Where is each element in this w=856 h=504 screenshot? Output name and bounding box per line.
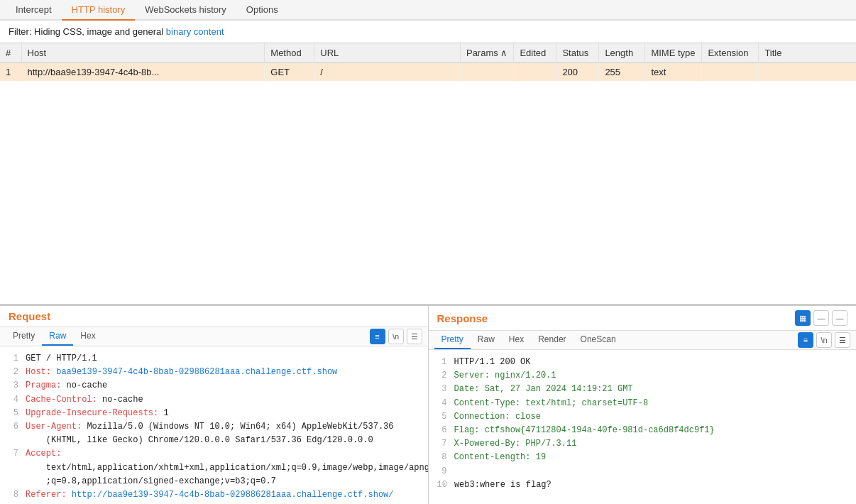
http-history-table-area: # Host Method URL Params ∧ Edited Status… (0, 43, 856, 306)
request-icon-format[interactable]: ≡ (370, 329, 385, 344)
cell-extension (702, 63, 759, 82)
response-icon-more2[interactable]: ☰ (835, 332, 850, 348)
response-icon-format[interactable]: ▦ (795, 310, 811, 326)
code-line: 5Connection: close (437, 410, 848, 424)
code-line: 8Content-Length: 19 (437, 451, 848, 464)
response-panel-header: Response ▦ — — (429, 306, 857, 331)
code-line: 4Content-Type: text/html; charset=UTF-8 (437, 397, 848, 410)
response-icon-format2[interactable]: ≡ (798, 332, 813, 348)
cell-params (460, 63, 513, 82)
response-panel: Response ▦ — — Pretty Raw Hex Render One… (429, 306, 857, 504)
response-panel-title: Response (437, 312, 488, 324)
code-line: 6Flag: ctfshow{47112804-194a-40fe-981d-c… (437, 424, 848, 437)
cell-edited (514, 63, 556, 82)
col-length[interactable]: Length (599, 43, 645, 63)
col-extension[interactable]: Extension (702, 43, 759, 63)
code-line: 3Date: Sat, 27 Jan 2024 14:19:21 GMT (437, 383, 848, 396)
code-line: 8Referer: http://baa9e139-3947-4c4b-8bab… (9, 488, 419, 502)
code-line: 2Host: baa9e139-3947-4c4b-8bab-029886281… (9, 366, 419, 379)
col-params[interactable]: Params ∧ (460, 43, 513, 63)
response-tab-onescan[interactable]: OneScan (574, 331, 623, 349)
request-icon-wrap[interactable]: \n (388, 329, 404, 344)
col-mime[interactable]: MIME type (645, 43, 702, 63)
request-tab-raw[interactable]: Raw (42, 327, 73, 346)
code-line: ;q=0.8,application/signed-exchange;v=b3;… (9, 475, 419, 488)
response-icon-wrap[interactable]: — (813, 310, 829, 326)
top-nav: Intercept HTTP history WebSockets histor… (0, 0, 856, 21)
code-line: 9 (437, 465, 848, 478)
cell-status: 200 (556, 63, 599, 82)
col-title[interactable]: Title (759, 43, 856, 63)
code-line: 7X-Powered-By: PHP/7.3.11 (437, 437, 848, 451)
cell-mime: text (645, 63, 702, 82)
col-host[interactable]: Host (21, 43, 265, 63)
code-line: 3Pragma: no-cache (9, 379, 419, 393)
col-edited[interactable]: Edited (514, 43, 556, 63)
request-sub-tabs: Pretty Raw Hex ≡ \n ☰ (0, 327, 428, 346)
col-method[interactable]: Method (265, 43, 314, 63)
tab-options[interactable]: Options (236, 0, 288, 21)
filter-bar: Filter: Hiding CSS, image and general bi… (0, 21, 856, 43)
request-code-area: 1GET / HTTP/1.1 2Host: baa9e139-3947-4c4… (0, 346, 428, 504)
request-icon-more[interactable]: ☰ (407, 329, 422, 344)
request-tab-hex[interactable]: Hex (73, 327, 102, 346)
table-header-row: # Host Method URL Params ∧ Edited Status… (0, 43, 856, 63)
request-tab-icons: ≡ \n ☰ (370, 329, 422, 344)
request-panel: Request Pretty Raw Hex ≡ \n ☰ 1GET / HTT… (0, 306, 429, 504)
response-code-area: 1HTTP/1.1 200 OK 2Server: nginx/1.20.1 3… (429, 350, 857, 504)
response-tab-render[interactable]: Render (531, 331, 573, 349)
cell-method: GET (265, 63, 314, 82)
code-line: 7Accept: (9, 447, 419, 461)
http-history-table: # Host Method URL Params ∧ Edited Status… (0, 43, 856, 81)
response-sub-tabs: Pretty Raw Hex Render OneScan ≡ \n ☰ (429, 331, 857, 350)
col-url[interactable]: URL (314, 43, 461, 63)
cell-host: http://baa9e139-3947-4c4b-8b... (21, 63, 265, 82)
code-line: 6User-Agent: Mozilla/5.0 (Windows NT 10.… (9, 420, 419, 434)
request-panel-header: Request (0, 306, 428, 327)
tab-intercept[interactable]: Intercept (6, 0, 62, 21)
code-line: text/html,application/xhtml+xml,applicat… (9, 461, 419, 475)
response-icon-more[interactable]: — (832, 310, 847, 326)
col-status[interactable]: Status (556, 43, 599, 63)
response-tab-hex[interactable]: Hex (502, 331, 531, 349)
cell-url: / (314, 63, 461, 82)
tab-http-history[interactable]: HTTP history (62, 0, 136, 21)
code-line: 5Upgrade-Insecure-Requests: 1 (9, 407, 419, 420)
table-row[interactable]: 1 http://baa9e139-3947-4c4b-8b... GET / … (0, 63, 856, 82)
filter-text: Filter: Hiding CSS, image and general bi… (9, 26, 224, 37)
col-num: # (0, 43, 21, 63)
code-line: 1HTTP/1.1 200 OK (437, 356, 848, 369)
cell-title (759, 63, 856, 82)
request-tab-pretty[interactable]: Pretty (6, 327, 42, 346)
cell-num: 1 (0, 63, 21, 82)
code-line: (KHTML, like Gecko) Chrome/120.0.0.0 Saf… (9, 434, 419, 447)
response-tab-raw[interactable]: Raw (471, 331, 502, 349)
split-panel: Request Pretty Raw Hex ≡ \n ☰ 1GET / HTT… (0, 306, 856, 504)
response-tab-icons: ≡ \n ☰ (798, 332, 850, 348)
request-panel-title: Request (9, 310, 50, 322)
response-tab-pretty[interactable]: Pretty (434, 331, 471, 349)
code-line: 1GET / HTTP/1.1 (9, 352, 419, 366)
code-line: 2Server: nginx/1.20.1 (437, 369, 848, 383)
response-icon-wrap2[interactable]: \n (816, 332, 832, 348)
cell-length: 255 (599, 63, 645, 82)
code-line: 10web3:where is flag? (437, 478, 848, 492)
tab-websockets-history[interactable]: WebSockets history (135, 0, 236, 21)
code-line: 4Cache-Control: no-cache (9, 393, 419, 407)
